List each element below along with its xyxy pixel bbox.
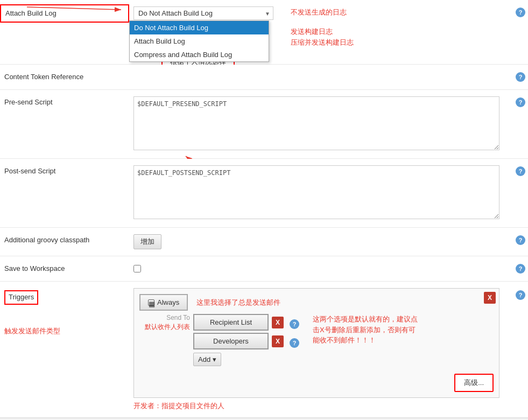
pre-send-script-content: $DEFAULT_PRESEND_SCRIPT [129,94,513,154]
attach-build-log-label: Attach Build Log [0,4,129,23]
developers-x-button[interactable]: X [272,335,284,347]
help-circle-icon[interactable]: ? [516,8,525,17]
additional-groovy-row: Additional groovy classpath 增加 ? [0,228,528,256]
dropdown-item-2[interactable]: Compress and Attach Build Log [130,48,269,61]
content-token-label: Content Token Reference [0,69,129,85]
send-to-sublabel: 默认收件人列表 [145,323,190,332]
recipient-list-button[interactable]: Recipient List [193,314,269,331]
annotation-no-log: 不发送生成的日志 [291,8,347,17]
content-token-content [129,69,513,73]
add-recipient-wrapper: Add ▾ [193,353,302,366]
recipient-row-0: Recipient List X ? [193,314,302,331]
triggers-label-col: Triggers 触发发送邮件类型 [0,286,129,339]
add-recipient-button[interactable]: Add ▾ [193,353,221,366]
post-send-script-textarea[interactable]: $DEFAULT_POSTSEND_SCRIPT [133,165,499,219]
bottom-bar: Add Trigger ▾ @51CTO博客 [0,418,528,420]
advanced-wrapper: 高级... [139,374,494,392]
add-classpath-button[interactable]: 增加 [133,234,161,249]
developer-note: 开发者：指提交项目文件的人 [133,401,509,411]
pre-send-script-row: Pre-send Script $DEFAULT_PRESEND_SCRIPT … [0,90,528,159]
always-annotation: 这里我选择了总是发送邮件 [196,298,280,307]
developers-button[interactable]: Developers [193,333,269,349]
dropdown-open-list: Do Not Attach Build Log Attach Build Log… [129,20,269,62]
save-to-workspace-row: Save to Workspace ? [0,256,528,282]
recipient-list-help[interactable]: ? [287,316,302,329]
attach-build-log-dropdown-wrapper: Do Not Attach Build Log Attach Build Log… [133,6,273,20]
additional-groovy-label: Additional groovy classpath [0,232,129,248]
pre-send-script-help[interactable]: ? [513,94,528,107]
post-send-script-row: Post-send Script $DEFAULT_POSTSEND_SCRIP… [0,159,528,228]
triggers-x-button[interactable]: X [484,292,496,304]
attach-build-log-row: Attach Build Log Do Not Attach Build Log… [0,0,528,65]
post-send-script-content: $DEFAULT_POSTSEND_SCRIPT [129,163,513,223]
recipients-annotation: 这两个选项是默认就有的，建议点击X号删除后重新添加，否则有可能收不到邮件！！！ [313,315,418,344]
save-to-workspace-label: Save to Workspace [0,261,129,277]
advanced-button[interactable]: 高级... [454,374,494,392]
recipients-list: Recipient List X ? Developers [193,314,302,366]
additional-groovy-help[interactable]: ? [513,232,528,245]
pre-send-script-label: Pre-send Script [0,94,129,110]
triggers-chinese-note: 触发发送邮件类型 [4,327,60,335]
send-to-label: Send To [145,314,190,321]
dropdown-item-1[interactable]: Attach Build Log [130,34,269,48]
always-button[interactable]: ▦ Always [139,294,188,311]
pre-send-script-textarea[interactable]: $DEFAULT_PRESEND_SCRIPT [133,96,499,150]
post-send-script-label: Post-send Script [0,163,129,179]
post-send-script-help[interactable]: ? [513,163,528,176]
content-token-help[interactable]: ? [513,69,528,82]
add-dropdown-arrow: ▾ [213,355,216,363]
always-row: ▦ Always 这里我选择了总是发送邮件 [139,294,494,311]
triggers-content: X ▦ Always 这里我选择了总是发送邮件 Send To 默认收件人列表 [129,286,513,413]
triggers-help[interactable]: ? [513,286,528,300]
dropdown-item-0[interactable]: Do Not Attach Build Log [130,21,269,34]
annotation-attach-log: 发送构建日志 [291,27,333,37]
triggers-row: Triggers 触发发送邮件类型 X ▦ Always 这里我选择了总是发送邮… [0,282,528,418]
additional-groovy-content: 增加 [129,232,513,251]
content-token-row: Content Token Reference ? [0,65,528,90]
save-to-workspace-content [129,261,513,276]
attach-build-log-content: Do Not Attach Build Log Attach Build Log… [129,4,513,22]
attach-build-log-select[interactable]: Do Not Attach Build Log Attach Build Log… [133,6,273,20]
triggers-label: Triggers [4,290,38,304]
annotation-compress-log: 压缩并发送构建日志 [291,38,354,47]
save-to-workspace-checkbox[interactable] [133,265,141,272]
developers-help[interactable]: ? [287,335,302,348]
recipient-row-1: Developers X ? [193,333,302,349]
recipients-annotation-wrapper: 这两个选项是默认就有的，建议点击X号删除后重新添加，否则有可能收不到邮件！！！ [313,314,420,346]
attach-build-log-help[interactable]: ? [513,4,528,17]
always-btn-icon: ▦ [148,299,154,306]
recipient-list-x-button[interactable]: X [272,317,284,328]
save-to-workspace-help[interactable]: ? [513,261,528,274]
page-container: Attach Build Log Do Not Attach Build Log… [0,0,528,420]
